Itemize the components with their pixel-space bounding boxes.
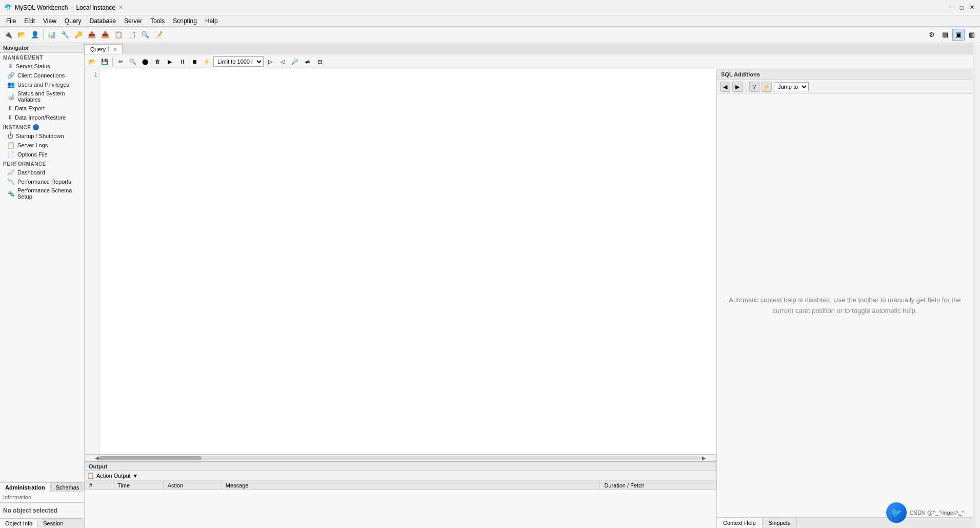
scroll-right-btn[interactable]: ▶ xyxy=(702,455,706,461)
query-tab-1[interactable]: Query 1 ✕ xyxy=(85,44,123,54)
status-variables-icon: 📊 xyxy=(7,93,15,100)
nav-schema-setup-label: Performance Schema Setup xyxy=(17,187,81,200)
sql-sep1 xyxy=(112,56,113,67)
nav-status-variables[interactable]: 📊 Status and System Variables xyxy=(0,89,84,104)
tb-btn8[interactable]: 📑 xyxy=(126,29,138,41)
rp-forward-btn[interactable]: ▶ xyxy=(732,82,743,92)
output-table: # Time Action Message Duration / Fetch xyxy=(85,481,716,528)
stop-script-btn[interactable]: ⏹ xyxy=(189,56,200,67)
menu-scripting[interactable]: Scripting xyxy=(169,16,201,26)
rp-back-btn[interactable]: ◀ xyxy=(720,82,730,92)
client-connections-icon: 🔗 xyxy=(7,72,15,79)
nav-client-connections-label: Client Connections xyxy=(17,72,65,79)
close-btn[interactable]: ✕ xyxy=(968,4,976,12)
limit-select[interactable]: Limit to 1000 r No Limit Limit to 500 r … xyxy=(213,56,264,67)
zoom-btn[interactable]: 🔎 xyxy=(289,56,301,67)
context-help-text: Automatic context help is disabled. Use … xyxy=(727,295,963,317)
rp-auto-btn[interactable]: ⚡ xyxy=(762,82,772,92)
right-panel-nav: ◀ ▶ ? ⚡ Jump to xyxy=(717,80,973,94)
rp-sep1 xyxy=(746,82,746,92)
menu-database[interactable]: Database xyxy=(86,16,120,26)
maximize-btn[interactable]: □ xyxy=(957,4,966,12)
obj-tab-info[interactable]: Object Info xyxy=(0,519,38,528)
sidebar-tab-schemas[interactable]: Schemas xyxy=(51,483,85,492)
menu-query[interactable]: Query xyxy=(61,16,86,26)
nav-options-file[interactable]: 📄 Options File xyxy=(0,150,84,159)
menu-tools[interactable]: Tools xyxy=(146,16,169,26)
menu-server[interactable]: Server xyxy=(120,16,146,26)
nav-server-status-label: Server Status xyxy=(16,63,50,69)
scroll-left-btn[interactable]: ◀ xyxy=(95,455,99,461)
h-scrollbar-track[interactable] xyxy=(99,456,702,460)
tb-btn6[interactable]: 📥 xyxy=(99,29,111,41)
nav-client-connections[interactable]: 🔗 Client Connections xyxy=(0,71,84,80)
indent-btn[interactable]: ⊟ xyxy=(314,56,325,67)
rp-tab-snippets[interactable]: Snippets xyxy=(763,518,797,528)
tb-btn4[interactable]: 🔑 xyxy=(72,29,85,41)
app-title: MySQL Workbench xyxy=(15,4,68,11)
rp-tab-context-help[interactable]: Context Help xyxy=(717,518,763,528)
sidebar-tab-administration[interactable]: Administration xyxy=(0,483,51,492)
tab-close-btn[interactable]: ✕ xyxy=(118,4,123,11)
perf-schema-icon: 🔩 xyxy=(7,190,15,197)
performance-section: PERFORMANCE xyxy=(0,159,84,168)
rp-help-btn[interactable]: ? xyxy=(749,82,759,92)
sql-toolbar: 📂 💾 ✏ 🔍 ⬤ 🗑 ▶ ⏸ ⏹ ⚡ Limit to 1000 r No L… xyxy=(85,54,973,69)
nav-users-privileges[interactable]: 👥 Users and Privileges xyxy=(0,80,84,89)
nav-export-label: Data Export xyxy=(15,105,45,111)
menu-view[interactable]: View xyxy=(39,16,61,26)
toggle-btn[interactable]: ⚡ xyxy=(201,56,212,67)
obj-tab-session[interactable]: Session xyxy=(38,519,68,528)
minimize-btn[interactable]: ─ xyxy=(947,4,955,12)
nav-performance-reports[interactable]: 📉 Performance Reports xyxy=(0,177,84,186)
nav-startup-shutdown[interactable]: ⏻ Startup / Shutdown xyxy=(0,131,84,141)
output-header: Output xyxy=(85,462,716,471)
line-numbers: 1 xyxy=(85,69,100,454)
tb-btn10[interactable]: 📝 xyxy=(152,29,165,41)
users-btn[interactable]: 👤 xyxy=(29,29,41,41)
run-current-btn[interactable]: ◁ xyxy=(277,56,288,67)
nav-logs-label: Server Logs xyxy=(17,142,48,148)
tb-btn9[interactable]: 🔍 xyxy=(139,29,151,41)
view-btn3[interactable]: ▥ xyxy=(966,29,978,41)
view-btn1[interactable]: ▤ xyxy=(939,29,951,41)
tb-btn5[interactable]: 📤 xyxy=(86,29,98,41)
wrap-btn[interactable]: ⇌ xyxy=(302,56,313,67)
h-scrollbar[interactable]: ◀ ▶ xyxy=(85,454,716,461)
menu-help[interactable]: Help xyxy=(201,16,222,26)
save-sql-btn[interactable]: 💾 xyxy=(99,56,110,67)
h-scrollbar-thumb[interactable] xyxy=(99,456,202,460)
nav-perf-schema-setup[interactable]: 🔩 Performance Schema Setup xyxy=(0,186,84,201)
settings-btn[interactable]: ⚙ xyxy=(926,29,938,41)
run-selection-btn[interactable]: ▶ xyxy=(164,56,175,67)
nav-server-logs[interactable]: 📋 Server Logs xyxy=(0,141,84,150)
v-scrollbar[interactable] xyxy=(973,43,980,528)
editor-content[interactable] xyxy=(100,69,716,454)
right-panel-content: Automatic context help is disabled. Use … xyxy=(717,94,973,517)
action-output-dropdown[interactable]: ▼ xyxy=(133,473,138,479)
menu-edit[interactable]: Edit xyxy=(20,16,39,26)
nav-data-export[interactable]: ⬆ Data Export xyxy=(0,104,84,113)
nav-data-import[interactable]: ⬇ Data Import/Restore xyxy=(0,113,84,122)
query-tab-1-close[interactable]: ✕ xyxy=(113,47,117,52)
tb-btn2[interactable]: 📊 xyxy=(46,29,58,41)
app-icon: 🐬 xyxy=(4,4,12,11)
open-sql-btn[interactable]: 📂 xyxy=(87,56,98,67)
stop-btn[interactable]: ⬤ xyxy=(139,56,151,67)
tb-btn7[interactable]: 📋 xyxy=(112,29,125,41)
jump-to-select[interactable]: Jump to xyxy=(774,82,809,91)
explain-btn[interactable]: 🔍 xyxy=(127,56,138,67)
menu-file[interactable]: File xyxy=(2,16,20,26)
tab-indicator: - xyxy=(71,4,73,11)
nav-server-status[interactable]: 🖥 Server Status xyxy=(0,62,84,71)
nav-dashboard[interactable]: 📈 Dashboard xyxy=(0,168,84,177)
continue-btn[interactable]: ⏸ xyxy=(176,56,188,67)
new-connection-btn[interactable]: 🔌 xyxy=(2,29,14,41)
new-schema-btn[interactable]: 📂 xyxy=(15,29,28,41)
run-btn[interactable]: ✏ xyxy=(115,56,126,67)
view-btn2[interactable]: ▣ xyxy=(952,29,965,41)
watermark: 🐦 CSDN @^_^lingerΛ_^ xyxy=(886,502,965,523)
format-btn[interactable]: 🗑 xyxy=(152,56,163,67)
tb-btn3[interactable]: 🔧 xyxy=(59,29,71,41)
run-all-btn[interactable]: ▷ xyxy=(265,56,276,67)
